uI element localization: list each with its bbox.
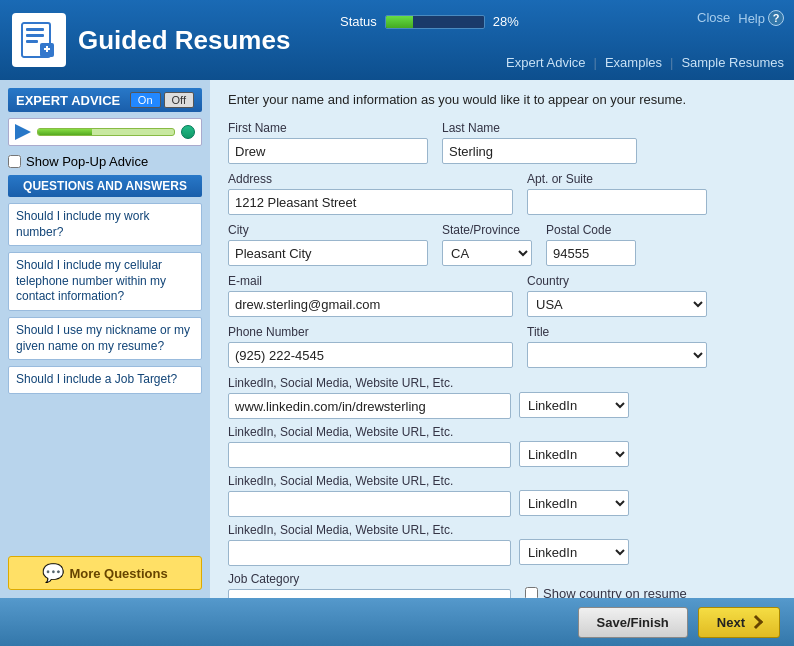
- progress-fill: [386, 16, 413, 28]
- phone-input[interactable]: [228, 342, 513, 368]
- social-type-select-2[interactable]: LinkedInTwitterFacebookWebsite: [519, 441, 629, 467]
- top-links: Close Help ?: [697, 10, 784, 26]
- social-row-3: LinkedIn, Social Media, Website URL, Etc…: [228, 474, 776, 517]
- social-input-3[interactable]: [228, 491, 511, 517]
- first-name-input[interactable]: [228, 138, 428, 164]
- title-group: Title Mr.Ms.Mrs.Dr.: [527, 325, 707, 368]
- country-select[interactable]: USACanadaUKAustraliaOther: [527, 291, 707, 317]
- social-label-3: LinkedIn, Social Media, Website URL, Etc…: [228, 474, 511, 488]
- status-section: Status 28%: [340, 14, 519, 29]
- main-content: Enter your name and information as you w…: [210, 80, 794, 598]
- expert-advice-header: EXPERT ADVICE On Off: [8, 88, 202, 112]
- email-row: E-mail Country USACanadaUKAustraliaOther: [228, 274, 776, 317]
- expert-advice-link[interactable]: Expert Advice: [506, 55, 586, 70]
- apt-label: Apt. or Suite: [527, 172, 707, 186]
- social-type-select-3[interactable]: LinkedInTwitterFacebookWebsite: [519, 490, 629, 516]
- qa-item-2[interactable]: Should I include my cellular telephone n…: [8, 252, 202, 311]
- social-group-2: LinkedIn, Social Media, Website URL, Etc…: [228, 425, 511, 468]
- address-input[interactable]: [228, 189, 513, 215]
- audio-bar: [8, 118, 202, 146]
- expert-advice-label: EXPERT ADVICE: [16, 93, 120, 108]
- last-name-input[interactable]: [442, 138, 637, 164]
- city-row: City State/Province CAALAKAZARCOCTDEFLGA…: [228, 223, 776, 266]
- help-link[interactable]: Help ?: [738, 10, 784, 26]
- social-type-select-4[interactable]: LinkedInTwitterFacebookWebsite: [519, 539, 629, 565]
- postal-input[interactable]: [546, 240, 636, 266]
- qa-item-1[interactable]: Should I include my work number?: [8, 203, 202, 246]
- toggle-off-button[interactable]: Off: [164, 92, 194, 108]
- address-row: Address Apt. or Suite: [228, 172, 776, 215]
- job-category-select[interactable]: Accounting, Finance and BankingEngineeri…: [228, 589, 511, 598]
- show-country-check[interactable]: Show country on resume: [525, 586, 687, 598]
- social-type-group-4: LinkedInTwitterFacebookWebsite: [519, 523, 776, 565]
- city-input[interactable]: [228, 240, 428, 266]
- more-questions-button[interactable]: 💬 More Questions: [8, 556, 202, 590]
- title-label: Title: [527, 325, 707, 339]
- postal-label: Postal Code: [546, 223, 636, 237]
- intro-text: Enter your name and information as you w…: [228, 92, 776, 107]
- state-group: State/Province CAALAKAZARCOCTDEFLGAHIIDI…: [442, 223, 532, 266]
- city-label: City: [228, 223, 428, 237]
- social-row-2: LinkedIn, Social Media, Website URL, Etc…: [228, 425, 776, 468]
- address-label: Address: [228, 172, 513, 186]
- postal-group: Postal Code: [546, 223, 636, 266]
- social-type-group-2: LinkedInTwitterFacebookWebsite: [519, 425, 776, 467]
- examples-link[interactable]: Examples: [605, 55, 662, 70]
- social-input-2[interactable]: [228, 442, 511, 468]
- show-country-checkbox[interactable]: [525, 587, 538, 598]
- audio-fill: [38, 129, 92, 135]
- email-group: E-mail: [228, 274, 513, 317]
- qa-item-4[interactable]: Should I include a Job Target?: [8, 366, 202, 394]
- help-icon[interactable]: ?: [768, 10, 784, 26]
- sidebar: EXPERT ADVICE On Off Show Pop-Up Advice …: [0, 80, 210, 598]
- social-input-4[interactable]: [228, 540, 511, 566]
- first-name-label: First Name: [228, 121, 428, 135]
- email-input[interactable]: [228, 291, 513, 317]
- first-name-group: First Name: [228, 121, 428, 164]
- svg-rect-2: [26, 34, 44, 37]
- popup-checkbox[interactable]: [8, 155, 21, 168]
- social-row-1: LinkedIn, Social Media, Website URL, Etc…: [228, 376, 776, 419]
- state-select[interactable]: CAALAKAZARCOCTDEFLGAHIIDILINIAKSKYLAMEMD…: [442, 240, 532, 266]
- audio-progress[interactable]: [37, 128, 175, 136]
- social-type-select-1[interactable]: LinkedInTwitterFacebookWebsite: [519, 392, 629, 418]
- social-type-group-1: LinkedInTwitterFacebookWebsite: [519, 376, 776, 418]
- social-group-3: LinkedIn, Social Media, Website URL, Etc…: [228, 474, 511, 517]
- toggle-on-button[interactable]: On: [130, 92, 161, 108]
- footer: Save/Finish Next: [0, 598, 794, 646]
- sample-resumes-link[interactable]: Sample Resumes: [681, 55, 784, 70]
- popup-advice-check[interactable]: Show Pop-Up Advice: [8, 154, 202, 169]
- state-label: State/Province: [442, 223, 532, 237]
- social-input-1[interactable]: [228, 393, 511, 419]
- title-select[interactable]: Mr.Ms.Mrs.Dr.: [527, 342, 707, 368]
- audio-slider-end[interactable]: [181, 125, 195, 139]
- country-group: Country USACanadaUKAustraliaOther: [527, 274, 707, 317]
- show-country-label: Show country on resume: [543, 586, 687, 598]
- play-button[interactable]: [15, 124, 31, 140]
- more-questions-label: More Questions: [69, 566, 167, 581]
- job-category-label: Job Category: [228, 572, 511, 586]
- social-label-2: LinkedIn, Social Media, Website URL, Etc…: [228, 425, 511, 439]
- phone-label: Phone Number: [228, 325, 513, 339]
- progress-bar: [385, 15, 485, 29]
- status-percent: 28%: [493, 14, 519, 29]
- app-icon: [12, 13, 66, 67]
- last-name-group: Last Name: [442, 121, 637, 164]
- apt-input[interactable]: [527, 189, 707, 215]
- last-name-label: Last Name: [442, 121, 637, 135]
- close-link[interactable]: Close: [697, 10, 730, 26]
- toggle-group: On Off: [130, 92, 194, 108]
- name-row: First Name Last Name: [228, 121, 776, 164]
- email-label: E-mail: [228, 274, 513, 288]
- app-title: Guided Resumes: [78, 25, 290, 56]
- qa-item-3[interactable]: Should I use my nickname or my given nam…: [8, 317, 202, 360]
- social-type-group-3: LinkedInTwitterFacebookWebsite: [519, 474, 776, 516]
- popup-label: Show Pop-Up Advice: [26, 154, 148, 169]
- apt-group: Apt. or Suite: [527, 172, 707, 215]
- header-nav: Expert Advice | Examples | Sample Resume…: [506, 55, 784, 70]
- next-button[interactable]: Next: [698, 607, 780, 638]
- social-row-4: LinkedIn, Social Media, Website URL, Etc…: [228, 523, 776, 566]
- save-finish-button[interactable]: Save/Finish: [578, 607, 688, 638]
- social-group-4: LinkedIn, Social Media, Website URL, Etc…: [228, 523, 511, 566]
- status-label: Status: [340, 14, 377, 29]
